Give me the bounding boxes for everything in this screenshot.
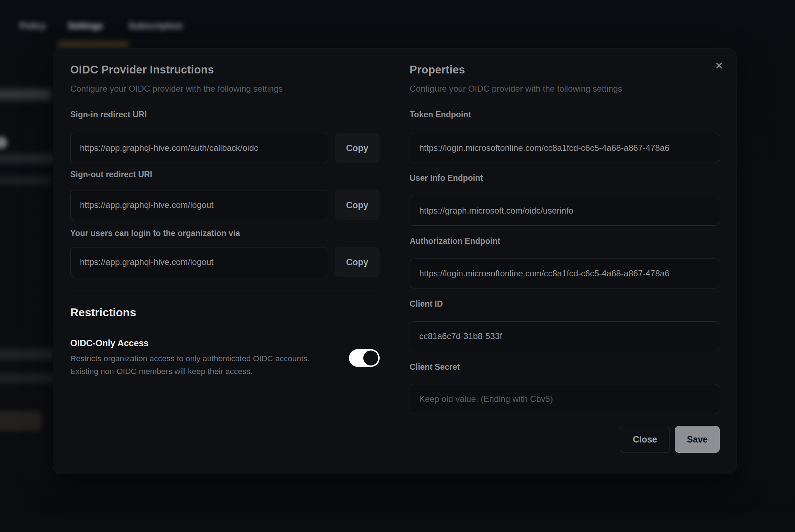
background-tab-settings: Settings bbox=[68, 21, 103, 31]
background-blur-dot bbox=[0, 137, 7, 149]
column-divider bbox=[395, 48, 395, 474]
organization-login-label: Your users can login to the organization… bbox=[70, 229, 240, 238]
background-blur-blob bbox=[0, 89, 52, 100]
background-blur-button bbox=[0, 411, 42, 431]
sign-out-redirect-input[interactable] bbox=[70, 190, 328, 220]
token-endpoint-input[interactable] bbox=[410, 133, 719, 163]
user-info-endpoint-input[interactable] bbox=[410, 196, 719, 226]
app-screen: Policy Settings Subscription ✕ OIDC Prov… bbox=[0, 0, 795, 532]
active-tab-indicator bbox=[58, 42, 129, 47]
copy-button[interactable]: Copy bbox=[335, 133, 380, 163]
oidc-only-access-description: Restricts organization access to only au… bbox=[70, 352, 334, 378]
authorization-endpoint-input[interactable] bbox=[410, 259, 719, 288]
background-tab-policy: Policy bbox=[20, 21, 46, 31]
sign-out-redirect-label: Sign-out redirect URI bbox=[70, 170, 152, 179]
organization-login-input[interactable] bbox=[70, 247, 328, 277]
background-blur-blob bbox=[0, 154, 57, 163]
background-blur-blob bbox=[0, 374, 61, 383]
properties-title: Properties bbox=[410, 63, 465, 76]
oidc-only-access-label: OIDC-Only Access bbox=[70, 338, 149, 348]
oidc-only-access-toggle[interactable] bbox=[349, 349, 380, 367]
properties-subtitle: Configure your OIDC provider with the fo… bbox=[410, 84, 622, 94]
close-icon[interactable]: ✕ bbox=[711, 57, 728, 74]
background-blur-blob bbox=[0, 176, 51, 185]
sign-in-redirect-input[interactable] bbox=[70, 133, 328, 163]
toggle-knob bbox=[363, 351, 378, 365]
section-divider bbox=[70, 291, 380, 291]
copy-button[interactable]: Copy bbox=[335, 190, 380, 220]
instructions-title: OIDC Provider Instructions bbox=[70, 63, 214, 76]
client-id-label: Client ID bbox=[410, 299, 443, 309]
user-info-endpoint-label: User Info Endpoint bbox=[410, 173, 483, 183]
background-blur-blob bbox=[0, 349, 55, 359]
authorization-endpoint-label: Authorization Endpoint bbox=[410, 236, 500, 246]
close-button[interactable]: Close bbox=[620, 426, 670, 453]
client-secret-label: Client Secret bbox=[410, 362, 460, 372]
background-tab-subscription: Subscription bbox=[128, 21, 183, 31]
token-endpoint-label: Token Endpoint bbox=[410, 110, 471, 119]
client-id-input[interactable] bbox=[410, 321, 719, 351]
copy-button[interactable]: Copy bbox=[335, 247, 380, 277]
save-button[interactable]: Save bbox=[675, 426, 720, 453]
restrictions-heading: Restrictions bbox=[70, 306, 136, 319]
instructions-subtitle: Configure your OIDC provider with the fo… bbox=[70, 84, 283, 94]
sign-in-redirect-label: Sign-in redirect URI bbox=[70, 110, 147, 119]
client-secret-input[interactable] bbox=[410, 384, 719, 414]
oidc-settings-dialog: ✕ OIDC Provider Instructions Configure y… bbox=[53, 48, 737, 474]
